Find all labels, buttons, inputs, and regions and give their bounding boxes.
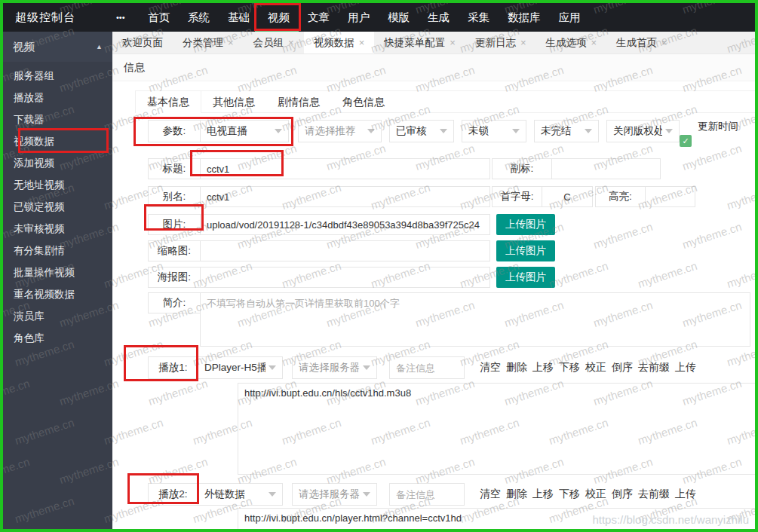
- form-tab-other-info[interactable]: 其他信息: [201, 91, 266, 112]
- topbar-item-video[interactable]: 视频: [268, 11, 290, 25]
- subtitle-label: 副标:: [492, 158, 552, 179]
- topbar-item-app[interactable]: 应用: [559, 11, 581, 25]
- close-icon[interactable]: ×: [520, 37, 526, 48]
- close-icon[interactable]: ×: [228, 37, 234, 48]
- title-input[interactable]: [200, 158, 490, 179]
- sidebar-item-add-video[interactable]: 添加视频: [3, 152, 112, 174]
- close-icon[interactable]: ×: [450, 37, 456, 48]
- topbar-item-system[interactable]: 系统: [188, 11, 210, 25]
- subtitle-input[interactable]: [551, 158, 661, 179]
- action-remove-prefix[interactable]: 去前缀: [638, 361, 670, 375]
- play2-server-select[interactable]: 请选择服务器组: [292, 483, 377, 506]
- chevron-down-icon: [512, 129, 520, 133]
- highlight-input[interactable]: [645, 186, 695, 207]
- sidebar-item-downloader[interactable]: 下载器: [3, 109, 112, 130]
- action-move-up[interactable]: 上移: [532, 361, 554, 375]
- upload-image-button[interactable]: 上传图片: [496, 214, 555, 235]
- sidebar-item-video-data[interactable]: 视频数据: [3, 130, 112, 152]
- sidebar-item-role-library[interactable]: 角色库: [3, 327, 112, 349]
- form-tab-basic-info[interactable]: 基本信息: [135, 91, 201, 113]
- topbar-item-basic[interactable]: 基础: [228, 11, 250, 25]
- sidebar-item-player[interactable]: 播放器: [3, 87, 112, 109]
- thumb-path-input[interactable]: [200, 240, 490, 261]
- tab-quick-menu-config[interactable]: 快捷菜单配置 ×: [374, 32, 465, 54]
- checkbox-checked-icon[interactable]: ✓: [680, 135, 692, 147]
- close-icon[interactable]: ×: [661, 37, 667, 48]
- sidebar-item-duplicate-video[interactable]: 重名视频数据: [3, 283, 112, 305]
- audit-select[interactable]: 已审核: [389, 120, 454, 142]
- tab-generate-options[interactable]: 生成选项 ×: [536, 32, 606, 54]
- copyright-select[interactable]: 关闭版权处: [606, 120, 680, 142]
- tab-category-manage[interactable]: 分类管理 ×: [173, 32, 244, 54]
- close-icon[interactable]: ×: [288, 37, 294, 48]
- action-delete[interactable]: 删除: [506, 361, 527, 375]
- action-reverse[interactable]: 倒序: [612, 361, 633, 375]
- action-move-up[interactable]: 上移: [532, 488, 554, 501]
- initial-input[interactable]: [542, 186, 593, 207]
- play1-label: 播放1:: [148, 356, 198, 379]
- play1-url-textarea[interactable]: [238, 383, 758, 475]
- action-upload[interactable]: 上传: [675, 488, 696, 501]
- sidebar-item-no-address-video[interactable]: 无地址视频: [3, 174, 112, 196]
- sidebar-group-video[interactable]: 视频 ▲: [3, 32, 112, 62]
- topbar-item-collect[interactable]: 采集: [468, 11, 489, 25]
- image-path-input[interactable]: [200, 214, 490, 235]
- lock-select[interactable]: 未锁: [462, 120, 526, 142]
- recommend-select[interactable]: 请选择推荐: [298, 120, 382, 142]
- action-remove-prefix[interactable]: 去前缀: [638, 488, 670, 501]
- action-clear[interactable]: 清空: [480, 488, 501, 501]
- sidebar: 视频 ▲ 服务器组 播放器 下载器 视频数据 添加视频 无地址视频 已锁定视频 …: [3, 32, 112, 529]
- close-icon[interactable]: ×: [359, 37, 365, 48]
- tab-member-group[interactable]: 会员组 ×: [244, 32, 304, 54]
- tab-generate-home[interactable]: 生成首页 ×: [606, 32, 677, 54]
- play1-server-select[interactable]: 请选择服务器组: [292, 356, 377, 379]
- alias-row: 别名: 首字母: 高亮:: [148, 186, 755, 207]
- tab-video-data[interactable]: 视频数据 ×: [304, 32, 375, 54]
- topbar-item-home[interactable]: 首页: [148, 11, 170, 25]
- form-content: 基本信息 其他信息 剧情信息 角色信息 参数: 电视直播 请选择推荐: [112, 81, 755, 532]
- poster-path-input[interactable]: [200, 267, 490, 288]
- sidebar-item-actor-library[interactable]: 演员库: [3, 305, 112, 327]
- play2-url-textarea[interactable]: [238, 508, 758, 532]
- action-upload[interactable]: 上传: [675, 361, 696, 375]
- sidebar-item-episode-plot[interactable]: 有分集剧情: [3, 240, 112, 261]
- sidebar-item-batch-video[interactable]: 批量操作视频: [3, 261, 112, 283]
- type-select[interactable]: 电视直播: [200, 120, 289, 142]
- close-icon[interactable]: ×: [591, 37, 597, 48]
- topbar-item-database[interactable]: 数据库: [508, 11, 541, 25]
- form-tab-role-info[interactable]: 角色信息: [331, 91, 396, 112]
- tab-label: 快捷菜单配置: [384, 36, 445, 50]
- play2-player-select[interactable]: 外链数据: [198, 483, 283, 506]
- tab-welcome[interactable]: 欢迎页面: [112, 32, 173, 54]
- topbar-item-generate[interactable]: 生成: [428, 11, 450, 25]
- finish-select[interactable]: 未完结: [534, 120, 599, 142]
- topbar-item-template[interactable]: 模版: [388, 11, 410, 25]
- action-clear[interactable]: 清空: [480, 361, 501, 375]
- action-correct[interactable]: 校正: [585, 488, 606, 501]
- tab-update-log[interactable]: 更新日志 ×: [465, 32, 536, 54]
- upload-poster-button[interactable]: 上传图片: [496, 267, 555, 288]
- topbar: 超级控制台 ••• 首页 系统 基础 视频 文章 用户 模版 生成 采集 数据库…: [3, 3, 755, 32]
- alias-input[interactable]: [200, 186, 490, 207]
- topbar-item-article[interactable]: 文章: [308, 11, 330, 25]
- topbar-item-user[interactable]: 用户: [348, 11, 370, 25]
- sidebar-item-server-group[interactable]: 服务器组: [3, 65, 112, 87]
- play1-player-select[interactable]: DPlayer-H5播: [198, 356, 283, 379]
- action-move-down[interactable]: 下移: [559, 488, 580, 501]
- intro-textarea[interactable]: [200, 292, 750, 347]
- title-label: 标题:: [148, 158, 201, 179]
- tab-label: 会员组: [253, 36, 284, 50]
- sidebar-item-locked-video[interactable]: 已锁定视频: [3, 196, 112, 218]
- more-menu-icon[interactable]: •••: [116, 13, 139, 22]
- play2-server-value: 请选择服务器组: [299, 488, 360, 501]
- action-delete[interactable]: 删除: [506, 488, 527, 501]
- play2-note-input[interactable]: [389, 483, 465, 506]
- thumb-row: 缩略图: 上传图片: [148, 240, 755, 261]
- form-tab-plot-info[interactable]: 剧情信息: [266, 91, 331, 112]
- action-reverse[interactable]: 倒序: [612, 488, 633, 501]
- action-correct[interactable]: 校正: [585, 361, 606, 375]
- sidebar-item-unaudited-video[interactable]: 未审核视频: [3, 218, 112, 240]
- play1-note-input[interactable]: [389, 356, 465, 379]
- action-move-down[interactable]: 下移: [559, 361, 580, 375]
- upload-thumb-button[interactable]: 上传图片: [496, 240, 555, 261]
